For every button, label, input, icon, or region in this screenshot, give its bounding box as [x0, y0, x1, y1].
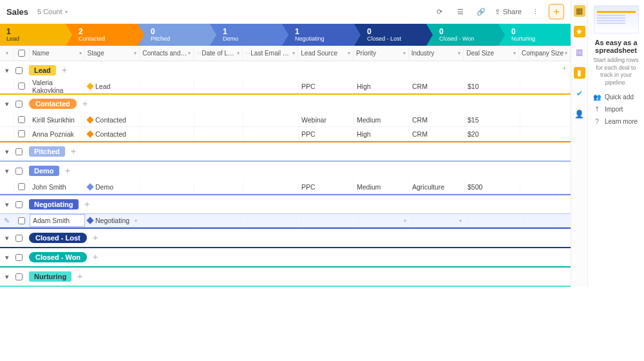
cell-industry[interactable]: CRM — [410, 113, 465, 126]
col-lead-source[interactable]: Lead Source▾ — [298, 46, 354, 61]
row-checkbox[interactable] — [18, 217, 25, 224]
group-checkbox[interactable] — [15, 201, 23, 208]
learn-more-button[interactable]: ?Learn more — [593, 118, 639, 125]
stage-lead[interactable]: 1Lead — [0, 24, 66, 46]
cell-stage[interactable]: Contacted — [85, 113, 140, 126]
cell-stage[interactable]: Contacted — [85, 127, 140, 141]
share-button[interactable]: ⇪ Share — [495, 8, 522, 16]
table-row[interactable]: Kirill Skurikhin Contacted Webinar Mediu… — [0, 113, 571, 127]
col-company-size[interactable]: Company Size▾ — [519, 46, 571, 61]
select-all-checkbox[interactable] — [18, 50, 25, 57]
row-expand-icon[interactable]: ＋ — [558, 61, 571, 75]
rail-bookmark-icon[interactable]: ▮ — [574, 67, 585, 79]
collapse-icon[interactable]: ▾ — [3, 66, 12, 75]
stage-nurturing[interactable]: 0Nurturing — [498, 24, 571, 46]
col-name[interactable]: Name▾ — [30, 46, 85, 61]
group-badge-contacted[interactable]: Contacted — [29, 99, 77, 109]
row-checkbox[interactable] — [18, 83, 25, 90]
add-row-button[interactable]: ＋ — [80, 98, 90, 110]
link-icon[interactable]: 🔗 — [474, 5, 488, 19]
table-row[interactable]: John Smith Demo PPC Medium Agriculture $… — [0, 180, 571, 194]
rail-grid-icon[interactable]: ▦ — [574, 5, 585, 17]
group-badge-lead[interactable]: Lead — [29, 65, 56, 75]
import-button[interactable]: ⤒Import — [593, 106, 639, 113]
cell-name[interactable]: Valeria Kakovkina — [30, 79, 85, 93]
table-row[interactable]: Valeria Kakovkina Lead PPC High CRM $10 — [0, 79, 571, 93]
cell-deal[interactable]: $20 — [465, 127, 520, 141]
cell-name[interactable]: Kirill Skurikhin — [30, 113, 85, 126]
edit-icon[interactable]: ✎ — [4, 217, 10, 225]
add-row-button[interactable]: ＋ — [60, 64, 69, 76]
add-row-button[interactable]: ＋ — [63, 165, 72, 177]
cell-deal[interactable]: $10 — [465, 79, 520, 93]
cell-source[interactable]: PPC — [299, 127, 354, 141]
collapse-icon[interactable]: ▾ — [3, 100, 12, 108]
stage-closed-won[interactable]: 0Closed - Won — [426, 24, 498, 46]
table-row[interactable]: Anna Pozniak Contacted PPC High CRM $20 — [0, 127, 571, 141]
group-checkbox[interactable] — [15, 67, 23, 74]
cell-source[interactable] — [299, 214, 354, 227]
stage-contacted[interactable]: 2Contacted — [66, 24, 138, 46]
cell-deal[interactable]: $15 — [465, 113, 520, 126]
cell-name-input[interactable]: Adam Smith — [30, 214, 85, 227]
cell-priority[interactable]: Medium — [354, 113, 410, 126]
cell-source[interactable]: Webinar — [299, 113, 354, 126]
group-checkbox[interactable] — [15, 101, 23, 108]
rail-star-icon[interactable]: ★ — [574, 26, 585, 37]
add-row-button[interactable]: ＋ — [91, 232, 100, 244]
col-industry[interactable]: Industry▾ — [409, 46, 464, 61]
group-badge-closed-won[interactable]: Closed - Won — [29, 252, 87, 262]
add-row-button[interactable]: ＋ — [82, 199, 91, 210]
cell-priority[interactable]: High — [354, 127, 410, 141]
group-checkbox[interactable] — [15, 168, 23, 175]
col-contacts[interactable]: Contacts and organizations▾ — [140, 46, 194, 61]
cell-stage[interactable]: Demo — [85, 180, 140, 193]
cell-industry-select[interactable]: ▾ — [410, 214, 465, 227]
collapse-icon[interactable]: ▾ — [3, 234, 12, 242]
group-checkbox[interactable] — [15, 254, 23, 261]
collapse-icon[interactable]: ▾ — [3, 273, 12, 281]
filter-icon[interactable]: ☰ — [453, 5, 468, 19]
row-checkbox[interactable] — [18, 183, 25, 190]
stage-negotiating[interactable]: 1Negotiating — [282, 24, 354, 46]
group-badge-closed-lost[interactable]: Closed - Lost — [29, 233, 87, 243]
cell-source[interactable]: PPC — [299, 180, 354, 193]
record-count[interactable]: 5 Count ▾ — [37, 8, 68, 15]
col-checkbox[interactable] — [14, 46, 30, 61]
rail-chart-icon[interactable]: ▥ — [574, 46, 585, 58]
stage-demo[interactable]: 1Demo — [210, 24, 282, 46]
cell-industry[interactable]: Agriculture — [410, 180, 465, 193]
cell-stage-select[interactable]: Negotiating▾ — [85, 214, 140, 227]
group-checkbox[interactable] — [15, 235, 23, 242]
col-expand[interactable]: ▾ — [0, 46, 14, 61]
refresh-icon[interactable]: ⟳ — [433, 5, 447, 19]
collapse-icon[interactable]: ▾ — [3, 253, 12, 262]
rail-user-icon[interactable]: 👤 — [574, 108, 585, 120]
cell-priority-select[interactable]: ▾ — [354, 214, 410, 227]
cell-name[interactable]: John Smith — [30, 180, 85, 193]
row-checkbox[interactable] — [18, 130, 25, 137]
stage-closed-lost[interactable]: 0Closed - Lost — [354, 24, 426, 46]
quick-add-button[interactable]: 👥Quick add — [593, 93, 639, 101]
stage-pitched[interactable]: 0Pitched — [138, 24, 210, 46]
col-deal-size[interactable]: Deal Size▾ — [464, 46, 519, 61]
rail-check-icon[interactable]: ✔ — [574, 88, 585, 99]
row-checkbox[interactable] — [18, 116, 25, 123]
cell-source[interactable]: PPC — [299, 79, 354, 93]
group-checkbox[interactable] — [15, 273, 23, 280]
col-last-email-from[interactable]: ⋯Last Email From▾ — [243, 46, 298, 61]
collapse-icon[interactable]: ▾ — [3, 148, 12, 156]
cell-industry[interactable]: CRM — [410, 79, 465, 93]
cell-deal[interactable]: $500 — [465, 180, 520, 193]
group-badge-demo[interactable]: Demo — [29, 166, 59, 176]
group-badge-negotiating[interactable]: Negotiating — [29, 199, 79, 210]
collapse-icon[interactable]: ▾ — [3, 200, 12, 209]
collapse-icon[interactable]: ▾ — [3, 167, 12, 175]
col-date-last-email[interactable]: ⋯Date of Last Email▾ — [194, 46, 243, 61]
cell-priority[interactable]: High — [354, 79, 410, 93]
add-button[interactable]: ＋ — [549, 4, 564, 19]
cell-stage[interactable]: Lead — [85, 79, 140, 93]
group-badge-nurturing[interactable]: Nurturing — [29, 271, 71, 282]
cell-priority[interactable]: Medium — [354, 180, 410, 193]
group-badge-pitched[interactable]: Pitched — [29, 146, 65, 157]
